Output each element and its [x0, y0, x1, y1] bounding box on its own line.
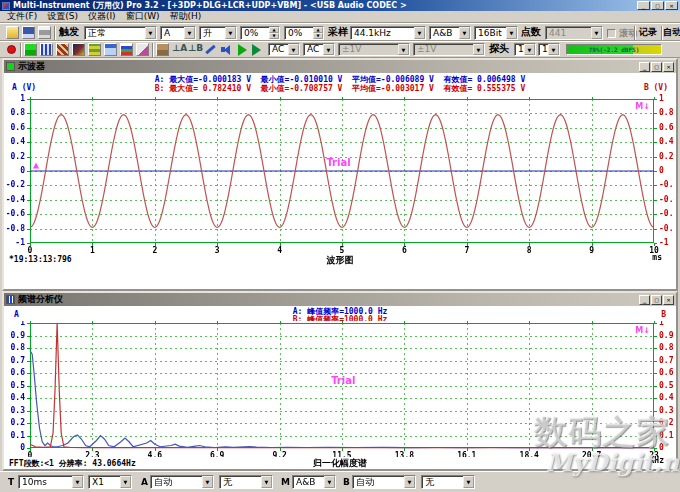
ground-a-icon[interactable]: ⊥A [172, 42, 187, 55]
scope-y-label-left: A (V) [12, 83, 36, 92]
range-a-value: ±1V [339, 44, 398, 55]
menu-instrument[interactable]: 仪器(I) [84, 10, 122, 23]
chevron-down-icon[interactable]: ▼ [404, 476, 415, 488]
signal-generator-icon[interactable] [88, 43, 101, 56]
auto-button[interactable]: 自动 [663, 24, 680, 40]
minimize-icon[interactable]: _ [639, 62, 650, 72]
probe-a-value: 1 [515, 44, 524, 55]
record-button[interactable]: 记录 [639, 24, 657, 40]
chevron-down-icon[interactable]: ▼ [145, 27, 156, 39]
sweep-toolbar: T 10ms ▼ X1 ▼ A 自动 ▼ 无 ▼ M A&B ▼ B 自动 ▼ … [0, 471, 680, 492]
play-loop-icon[interactable] [252, 44, 261, 56]
scope-y-label-right: B (V) [644, 83, 668, 92]
spin-down-icon[interactable]: ▼ [269, 33, 279, 39]
a-extra-select[interactable]: 无 ▼ [219, 475, 273, 489]
chevron-down-icon[interactable]: ▼ [225, 27, 236, 39]
restore-icon[interactable]: □ [651, 62, 662, 72]
toolbar-separator [634, 26, 636, 40]
chevron-down-icon[interactable]: ▼ [184, 27, 195, 39]
trigger-delay-value: 0% [285, 27, 313, 39]
settings-wrench-icon[interactable] [204, 43, 217, 56]
chevron-down-icon[interactable]: ▼ [261, 476, 272, 488]
save-icon[interactable] [22, 26, 35, 39]
trigger-source-select[interactable]: A ▼ [160, 26, 196, 40]
minimize-icon[interactable]: _ [639, 295, 650, 305]
trigger-mode-select[interactable]: 正常 ▼ [84, 26, 157, 40]
maximize-icon[interactable]: □ [651, 1, 664, 10]
record-dot-icon[interactable] [7, 45, 16, 54]
m-mode-value: A&B [293, 476, 324, 488]
sample-rate-select[interactable]: 44.1kHz ▼ [350, 26, 426, 40]
oscilloscope-icon[interactable] [24, 43, 37, 56]
spin-down-icon[interactable]: ▼ [313, 33, 323, 39]
minimize-icon[interactable]: _ [637, 1, 650, 10]
chevron-down-icon[interactable]: ▼ [202, 476, 213, 488]
oscilloscope-window: 示波器 _ □ ✕ A: 最大值=-0.000183 V 最小值=-0.0100… [2, 58, 678, 291]
device-test-plan-icon[interactable] [104, 43, 117, 56]
play-icon[interactable] [238, 44, 247, 56]
print-icon[interactable] [38, 26, 51, 39]
chevron-down-icon[interactable]: ▼ [288, 44, 299, 55]
sampling-label: 采样 [328, 25, 348, 39]
coupling-b-value: AC [304, 44, 323, 55]
close-icon[interactable]: ✕ [663, 62, 674, 72]
spectrum-3d-icon[interactable] [72, 43, 85, 56]
chevron-down-icon[interactable]: ▼ [459, 27, 470, 39]
range-b-value: ±1V [414, 44, 473, 55]
bit-depth-select[interactable]: 16Bit ▼ [474, 26, 518, 40]
close-icon[interactable]: ✕ [663, 295, 674, 305]
chevron-down-icon: ▼ [591, 27, 602, 39]
spectrum-title-bar[interactable]: 频谱分析仪 _ □ ✕ [4, 293, 676, 306]
chevron-down-icon[interactable]: ▼ [324, 476, 335, 488]
toolbar-separator [20, 43, 22, 57]
probe-b-select[interactable]: 1 ▼ [538, 43, 560, 56]
spectrum-y-label-left: A [14, 310, 19, 319]
chevron-down-icon[interactable]: ▼ [414, 27, 425, 39]
ground-b-icon[interactable]: ⊥B [188, 42, 203, 55]
multimeter-icon[interactable] [56, 43, 69, 56]
trigger-edge-select[interactable]: 升 ▼ [199, 26, 237, 40]
points-select: 441 ▼ [545, 26, 603, 40]
spectrum-title: 频谱分析仪 [18, 293, 638, 306]
a-range-mode-select[interactable]: 自动 ▼ [150, 475, 214, 489]
b-extra-select[interactable]: 无 ▼ [421, 475, 475, 489]
chevron-down-icon[interactable]: ▼ [524, 44, 535, 55]
chevron-down-icon[interactable]: ▼ [506, 27, 517, 39]
sweep-time-select[interactable]: 10ms ▼ [18, 475, 84, 489]
m-mode-select[interactable]: A&B ▼ [292, 475, 336, 489]
chevron-down-icon[interactable]: ▼ [548, 44, 559, 55]
close-icon[interactable]: ✕ [665, 1, 678, 10]
open-file-icon[interactable] [6, 26, 19, 39]
b-extra-value: 无 [422, 476, 463, 488]
chevron-down-icon: ▼ [473, 44, 484, 55]
zoom-select[interactable]: X1 ▼ [88, 475, 132, 489]
b-range-mode-value: 自动 [353, 476, 404, 488]
calibration-icon[interactable] [156, 43, 169, 56]
probe-a-select[interactable]: 1 ▼ [514, 43, 536, 56]
lcr-meter-icon[interactable] [136, 43, 149, 56]
trigger-delay-stepper[interactable]: 0% ▲▼ [284, 26, 324, 40]
trigger-level-value: 0% [241, 27, 269, 39]
channel-mode-select[interactable]: A&B ▼ [429, 26, 471, 40]
speaker-icon[interactable] [220, 43, 233, 56]
derived-data-icon[interactable] [120, 43, 133, 56]
chevron-down-icon[interactable]: ▼ [120, 476, 131, 488]
trigger-level-stepper[interactable]: 0% ▲▼ [240, 26, 280, 40]
chevron-down-icon[interactable]: ▼ [463, 476, 474, 488]
menu-settings[interactable]: 设置(S) [43, 10, 84, 23]
chevron-down-icon[interactable]: ▼ [323, 44, 334, 55]
oscilloscope-title-bar[interactable]: 示波器 _ □ ✕ [4, 60, 676, 73]
spectrum-analyzer-icon[interactable] [40, 43, 53, 56]
coupling-b-select[interactable]: AC ▼ [303, 43, 335, 56]
scope-x-unit: ms [652, 253, 662, 262]
spectrum-y-label-right: B [661, 310, 666, 319]
coupling-a-select[interactable]: AC ▼ [268, 43, 300, 56]
menu-help[interactable]: 帮助(H) [166, 10, 208, 23]
spectrum-plot [6, 321, 674, 457]
menu-window[interactable]: 窗口(W) [122, 10, 166, 23]
restore-icon[interactable]: □ [651, 295, 662, 305]
menu-file[interactable]: 文件(F) [3, 10, 43, 23]
a-range-mode-value: 自动 [151, 476, 202, 488]
chevron-down-icon[interactable]: ▼ [72, 476, 83, 488]
b-range-mode-select[interactable]: 自动 ▼ [352, 475, 416, 489]
